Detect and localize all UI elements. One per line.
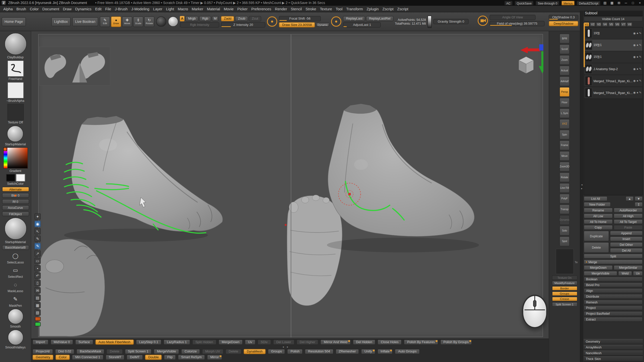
texture-thumbnail[interactable]: Te: [555, 249, 574, 274]
z-intensity-slider[interactable]: Z Intensity 20: [221, 22, 265, 27]
subtool-down-icon[interactable]: ▼: [634, 196, 643, 201]
split-button[interactable]: Split: [584, 254, 643, 259]
append-button[interactable]: Append: [610, 231, 643, 236]
panel-toggle-icon[interactable]: ▤: [602, 1, 608, 5]
rgb-intensity-slider[interactable]: Rgb Intensity: [180, 22, 219, 27]
tab-v3[interactable]: V3: [596, 22, 602, 27]
trash-icon[interactable]: ▯: [34, 280, 41, 286]
bb-import-row1-0[interactable]: Import: [32, 339, 48, 344]
menu-item-brush[interactable]: Brush: [16, 7, 26, 11]
bb-del-hidden-row1-13[interactable]: Del Hidden: [353, 339, 376, 344]
bb-unify-row2-14[interactable]: Unify: [361, 349, 375, 354]
obj-shadow-slider[interactable]: ObjShadow 0.3: [549, 15, 578, 20]
titlebar-ac[interactable]: AC: [504, 1, 512, 5]
all-low-button[interactable]: All Low: [584, 213, 613, 218]
tray-maskbyfeature-button[interactable]: MaskByFeature: [552, 281, 577, 285]
bb-geometry-row3-0[interactable]: Geometry: [32, 354, 53, 360]
shelf-floor-button[interactable]: Floor: [559, 98, 570, 108]
zcut-button[interactable]: Zcut: [249, 16, 261, 21]
replay-last-rel-button[interactable]: ReplayLastRel: [366, 16, 393, 21]
subpalette-project[interactable]: Project: [584, 305, 643, 310]
basicmaterialb-button[interactable]: BasicMaterialB: [2, 245, 29, 250]
zsub-button[interactable]: Zsub: [235, 16, 248, 21]
tray-border-button[interactable]: Border: [552, 286, 577, 291]
visibility-eye-icon[interactable]: ◉: [633, 79, 636, 82]
tab-v8[interactable]: V8: [627, 22, 632, 27]
subtool-row[interactable]: 19청◉●✎: [584, 27, 642, 39]
bb-polish-by-groups-row1-16[interactable]: Polish By Groups: [440, 339, 472, 344]
bb-delete-row2-3[interactable]: Delete: [107, 349, 123, 354]
tab-v5[interactable]: V5: [608, 22, 614, 27]
polypaint-icon[interactable]: ●: [636, 79, 638, 82]
mode-edit-button[interactable]: ✎Edit: [100, 16, 110, 27]
visibility-eye-icon[interactable]: ◉: [633, 43, 636, 47]
menu-item-picker[interactable]: Picker: [237, 7, 248, 11]
screen-grid-icon[interactable]: ⊞: [617, 1, 622, 5]
merge-section-header[interactable]: ● Merge: [584, 259, 643, 264]
visibility-eye-icon[interactable]: ◉: [633, 55, 636, 59]
clipboard-icon[interactable]: ▧: [34, 309, 41, 315]
palette-nanomesh[interactable]: NanoMesh: [584, 350, 643, 356]
shelf-transp-button[interactable]: Transp: [559, 204, 570, 214]
deep-shadow-button[interactable]: DeepShadow: [549, 21, 578, 26]
titlebar-menus[interactable]: Menus: [561, 1, 575, 5]
focal-shift-slider[interactable]: Focal Shift -56: [279, 16, 321, 21]
bb-sdiv-row1-9[interactable]: SDiv: [257, 339, 271, 344]
fillobject-button[interactable]: FillObject: [2, 211, 29, 216]
main-color-swatch[interactable]: [6, 174, 15, 181]
shelf-scroll-arrows[interactable]: ◂ ▸: [283, 345, 289, 348]
tab-v2[interactable]: V2: [590, 22, 595, 27]
shelf-zoom3d-button[interactable]: Zoom3D: [559, 162, 570, 171]
bb-uv-row1-8[interactable]: Uv: [245, 339, 255, 344]
bb-polish-by-features-row1-15[interactable]: Polish By Features: [404, 339, 438, 344]
shelf-scroll-button[interactable]: Scroll: [559, 44, 570, 54]
gravity-strength-slider[interactable]: Gravity Strength 0: [433, 19, 468, 24]
menu-item-zscript-25[interactable]: Zscript: [382, 7, 393, 11]
replay-knob-icon[interactable]: [331, 16, 342, 27]
rename-button[interactable]: Rename: [584, 208, 613, 213]
bb-double-row3-5[interactable]: Double: [145, 354, 162, 360]
menu-item-movie[interactable]: Movie: [224, 7, 233, 11]
bb-close-holes-row1-14[interactable]: Close Holes: [378, 339, 402, 344]
bb-auto-groups-row2-16[interactable]: Auto Groups: [395, 349, 420, 354]
polypaint-icon[interactable]: ●: [636, 55, 638, 59]
undo-icon[interactable]: ↶: [34, 273, 41, 279]
titlebar-see-through-0[interactable]: See-through 0: [536, 1, 559, 5]
spotlight-icon[interactable]: ✦: [34, 213, 41, 219]
bb-del-lower-row1-10[interactable]: Del Lower: [273, 339, 294, 344]
bb-midvalue-0-row1-1[interactable]: MidValue 0: [50, 339, 73, 344]
menu-item-render[interactable]: Render: [275, 7, 287, 11]
subpalette-remesh[interactable]: Remesh: [584, 300, 643, 305]
subtool-panel-title[interactable]: Subtool: [584, 11, 643, 16]
duplicate-button[interactable]: Duplicate: [584, 231, 609, 241]
paste-button[interactable]: Paste: [614, 225, 643, 230]
edit-brush-icon[interactable]: ✎: [639, 67, 642, 71]
shelf-persp-button[interactable]: Persp: [559, 87, 570, 97]
document-viewport[interactable]: [38, 34, 543, 337]
bb-auto-mask-fibermesh-row1-3[interactable]: Auto Mask FiberMesh: [95, 339, 134, 344]
tray-groups-button[interactable]: Groups: [552, 291, 577, 296]
subpalette-boolean[interactable]: Boolean: [584, 277, 643, 282]
m-button[interactable]: M: [212, 16, 219, 21]
bb-split-screen-1-row2-4[interactable]: Split Screen 1: [125, 349, 152, 354]
del-all-button[interactable]: Del All: [610, 248, 643, 253]
mode-scale-button[interactable]: ⇕Scale: [133, 16, 143, 27]
folder-up-icon[interactable]: ↥: [634, 202, 643, 207]
secondary-color-swatch[interactable]: [16, 174, 25, 181]
all-to-home-button[interactable]: All To Home: [584, 219, 613, 224]
autoreorder-button[interactable]: AutoReorder: [614, 208, 643, 213]
tab-v4[interactable]: V4: [602, 22, 608, 27]
smoothvalleys-brush[interactable]: SmoothValleys: [5, 330, 26, 349]
mode-rotate-button[interactable]: ↻Rotate: [144, 16, 154, 27]
edit-brush-icon[interactable]: ✎: [639, 91, 642, 94]
draw-size-knob-icon[interactable]: [267, 16, 277, 27]
mrgb-button[interactable]: Mrgb: [185, 16, 199, 21]
dynamic-toggle[interactable]: Dynamic: [316, 23, 330, 27]
shelf-l-sym-button[interactable]: L.Sym: [559, 108, 570, 118]
subtool-row[interactable]: 15청1◉●✎: [584, 51, 642, 63]
menu-item-light[interactable]: Light: [166, 7, 174, 11]
shelf-bpr-button[interactable]: BPR: [559, 34, 570, 43]
visibility-eye-icon[interactable]: ◉: [633, 67, 636, 71]
maskpen-tool[interactable]: ✎MaskPen: [9, 294, 22, 307]
panel-divider[interactable]: ◂▸: [580, 11, 583, 362]
